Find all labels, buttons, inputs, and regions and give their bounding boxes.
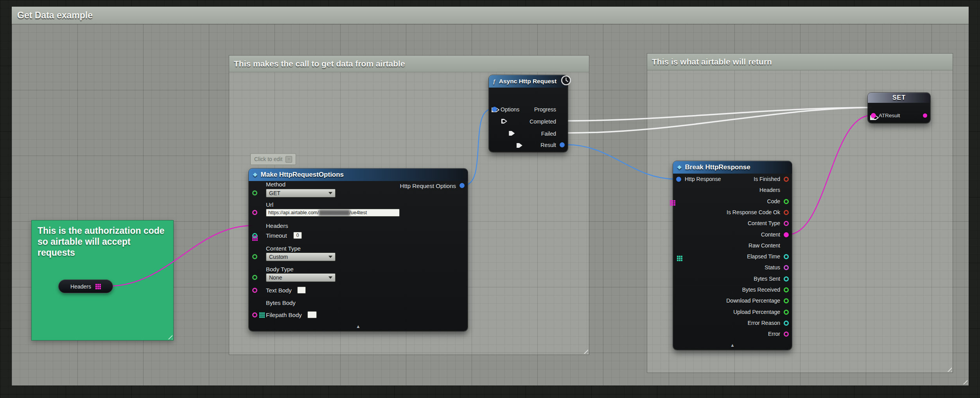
url-pin[interactable]	[252, 210, 257, 215]
make-struct-icon: ❖	[253, 172, 258, 177]
dropdown-arrow-icon	[328, 192, 332, 194]
headers-out-pin[interactable]	[670, 200, 675, 206]
url-label: Url	[266, 201, 273, 208]
upload-percentage-label: Upload Percentage	[733, 309, 780, 315]
async-progress-pin[interactable]	[501, 118, 507, 124]
timeout-value: 0	[296, 233, 299, 238]
headers-variable-node[interactable]: Headers	[58, 280, 113, 293]
body-type-pin[interactable]	[252, 275, 257, 280]
filepath-body-pin[interactable]	[252, 312, 257, 317]
body-type-value: None	[269, 274, 282, 281]
make-node-header[interactable]: ❖ Make HttpRequestOptions	[249, 169, 468, 181]
async-failed-pin[interactable]	[517, 143, 522, 148]
break-struct-icon: ❖	[677, 165, 682, 170]
raw-content-label: Raw Content	[748, 242, 780, 249]
method-label: Method	[266, 181, 285, 188]
async-http-request-node[interactable]: ƒ Async Http Request Options Progress Co…	[489, 75, 568, 152]
break-node-header[interactable]: ❖ Break HttpResponse	[673, 161, 792, 174]
bytes-sent-label: Bytes Sent	[754, 276, 780, 282]
collapse-arrow[interactable]: ▲	[249, 324, 468, 329]
content-type-out-label: Content Type	[748, 220, 780, 226]
is-finished-pin[interactable]	[784, 177, 789, 182]
headers-variable-label: Headers	[70, 283, 91, 290]
code-pin[interactable]	[784, 199, 789, 204]
is-response-code-ok-pin[interactable]	[784, 210, 789, 215]
comment-call-header[interactable]: This makes the call to get data from air…	[229, 56, 589, 72]
status-pin[interactable]	[784, 265, 789, 270]
set-node-header[interactable]: SET	[868, 93, 930, 103]
is-response-code-ok-label: Is Response Code Ok	[727, 209, 780, 215]
async-completed-label: Completed	[529, 118, 556, 125]
error-pin[interactable]	[784, 332, 789, 337]
method-dropdown[interactable]: GET	[266, 189, 336, 197]
text-body-pin[interactable]	[252, 288, 257, 293]
latent-clock-icon	[561, 75, 571, 86]
async-completed-pin[interactable]	[509, 131, 515, 136]
upload-percentage-pin[interactable]	[784, 310, 789, 315]
break-httpresponse-node[interactable]: ❖ Break HttpResponse Http Response Is Fi…	[673, 161, 792, 350]
content-type-dropdown[interactable]: Custom	[266, 253, 336, 261]
elapsed-time-pin[interactable]	[784, 254, 789, 259]
http-request-options-label: Http Request Options	[400, 183, 456, 189]
body-type-label: Body Type	[266, 266, 294, 273]
bubble-text: Click to edit	[254, 156, 282, 162]
http-request-options-pin[interactable]	[459, 183, 465, 188]
http-response-pin[interactable]	[676, 177, 681, 182]
bytes-body-label: Bytes Body	[266, 299, 296, 306]
content-type-value: Custom	[269, 254, 288, 260]
set-output-pin[interactable]	[923, 113, 927, 118]
is-finished-label: Is Finished	[754, 176, 780, 182]
set-node-title: SET	[892, 94, 906, 101]
make-httprequestoptions-node[interactable]: ❖ Make HttpRequestOptions Http Request O…	[249, 169, 468, 331]
async-options-pin[interactable]	[492, 107, 497, 112]
timeout-input[interactable]: 0	[293, 232, 302, 239]
url-input[interactable]: https://api.airtable.com/██████████/ue4t…	[266, 209, 400, 217]
bytes-body-pin[interactable]	[259, 312, 265, 318]
text-body-input[interactable]	[297, 287, 306, 294]
break-node-title: Break HttpResponse	[685, 163, 750, 171]
bytes-received-pin[interactable]	[784, 287, 789, 292]
raw-content-pin[interactable]	[677, 256, 682, 261]
method-pin[interactable]	[252, 190, 257, 195]
content-pin[interactable]	[784, 232, 789, 237]
download-percentage-pin[interactable]	[784, 298, 789, 303]
code-label: Code	[767, 198, 780, 204]
make-node-title: Make HttpRequestOptions	[261, 171, 344, 179]
headers-label: Headers	[266, 222, 288, 229]
error-reason-pin[interactable]	[784, 321, 789, 326]
bubble-pin-icon[interactable]: ⁘	[285, 156, 292, 163]
graph-title[interactable]: Get Data example	[12, 7, 969, 24]
dropdown-arrow-icon	[328, 256, 332, 258]
method-value: GET	[269, 190, 280, 196]
set-atresult-pin[interactable]	[871, 113, 876, 118]
blueprint-editor: Get Data example This makes the call to …	[0, 0, 980, 398]
async-result-label: Result	[540, 142, 556, 148]
auth-note-text: This is the authorization code so airtab…	[32, 221, 173, 263]
filepath-body-input[interactable]	[307, 311, 317, 318]
timeout-pin[interactable]	[252, 233, 257, 238]
content-type-out-pin[interactable]	[784, 221, 789, 226]
comment-return-header[interactable]: This is what airtable will return	[647, 54, 953, 70]
auth-note-resize-grip[interactable]	[166, 333, 172, 339]
headers-variable-pin[interactable]	[95, 284, 101, 289]
async-function-icon: ƒ	[493, 79, 496, 84]
url-value-prefix: https://api.airtable.com/	[268, 210, 319, 215]
url-value-suffix: /ue4test	[350, 210, 367, 215]
content-type-label: Content Type	[266, 245, 301, 252]
async-node-header[interactable]: ƒ Async Http Request	[489, 75, 568, 88]
content-label: Content	[761, 231, 780, 238]
bytes-received-label: Bytes Received	[742, 287, 780, 293]
bytes-sent-pin[interactable]	[784, 276, 789, 281]
elapsed-time-label: Elapsed Time	[747, 253, 780, 260]
collapse-arrow[interactable]: ▲	[673, 342, 792, 348]
status-label: Status	[765, 264, 780, 271]
async-result-pin[interactable]	[560, 142, 565, 147]
async-failed-label: Failed	[541, 131, 556, 137]
content-type-pin[interactable]	[252, 254, 257, 259]
dropdown-arrow-icon	[328, 276, 332, 279]
node-comment-bubble[interactable]: Click to edit ⁘	[250, 153, 296, 165]
async-node-title: Async Http Request	[499, 78, 556, 85]
set-atresult-node[interactable]: SET ATResult	[868, 93, 930, 123]
async-options-label: Options	[501, 106, 519, 113]
body-type-dropdown[interactable]: None	[266, 273, 336, 282]
